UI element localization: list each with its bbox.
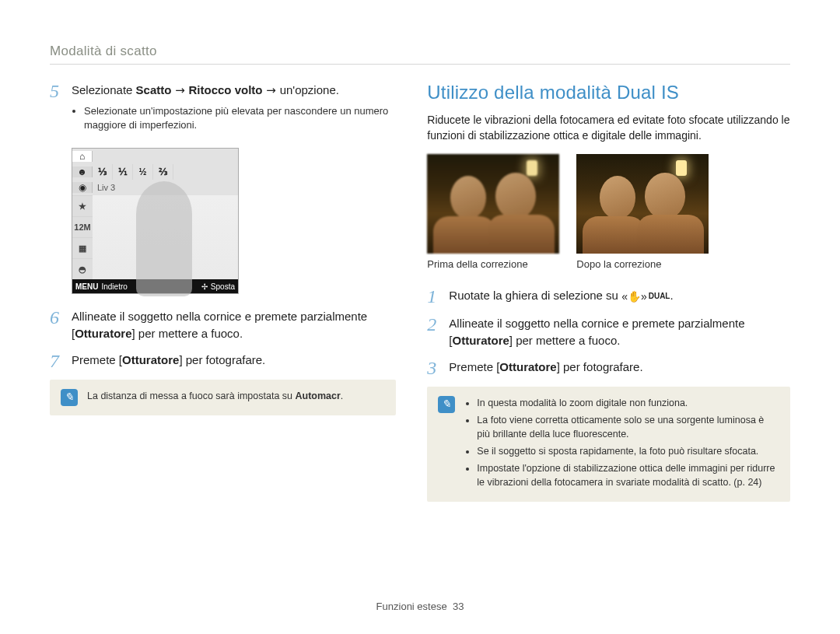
step-number: 3 bbox=[427, 359, 449, 377]
note-list: In questa modalità lo zoom digitale non … bbox=[477, 396, 779, 490]
bullet: Se il soggetto si sposta rapidamente, la… bbox=[477, 444, 779, 458]
step-number: 2 bbox=[427, 315, 449, 349]
before-shot: Prima della correzione bbox=[427, 154, 559, 270]
intro-text: Riducete le vibrazioni della fotocamera … bbox=[427, 113, 790, 143]
two-column-layout: 5 Selezionate Scatto → Ritocco volto → u… bbox=[50, 82, 790, 502]
cam-toprow: ⌂ bbox=[72, 149, 238, 164]
cam-options: ⅓ ⅟₁ ½ ⅔ bbox=[93, 164, 238, 180]
manual-page: Modalità di scatto 5 Selezionate Scatto … bbox=[0, 0, 840, 634]
step-text: Premete [Otturatore] per fotografare. bbox=[72, 352, 265, 370]
step-text: Premete [Otturatore] per fotografare. bbox=[449, 359, 642, 377]
opt: ½ bbox=[133, 164, 153, 180]
step-number: 5 bbox=[50, 82, 72, 138]
star-icon: ★ bbox=[72, 195, 93, 216]
step-7: 7 Premete [Otturatore] per fotografare. bbox=[50, 352, 396, 370]
dual-label: DUAL bbox=[649, 291, 670, 303]
after-caption: Dopo la correzione bbox=[576, 258, 709, 270]
t-bold: Otturatore bbox=[499, 360, 556, 373]
mode-icon: ◓ bbox=[72, 258, 93, 279]
cam-body: ★ 12M ▦ ◓ bbox=[72, 195, 238, 279]
after-image bbox=[576, 154, 709, 254]
hand-icon: «✋» bbox=[621, 289, 647, 304]
note-automacr: ✎ La distanza di messa a fuoco sarà impo… bbox=[50, 380, 396, 415]
grid-icon: ▦ bbox=[72, 237, 93, 258]
t-bold: Otturatore bbox=[122, 353, 179, 366]
move-icon: ✢ bbox=[201, 282, 208, 291]
target-icon: ◉ bbox=[72, 182, 93, 193]
step-text: Allineate il soggetto nella cornice e pr… bbox=[72, 308, 396, 342]
silhouette bbox=[136, 181, 192, 296]
t: Premete [ bbox=[449, 360, 499, 373]
arrow-icon: → bbox=[263, 83, 280, 97]
section-heading: Utilizzo della modalità Dual IS bbox=[427, 82, 790, 103]
note-text: In questa modalità lo zoom digitale non … bbox=[464, 396, 779, 493]
t: . bbox=[670, 289, 673, 302]
t: ] per fotografare. bbox=[179, 353, 265, 366]
page-footer: Funzioni estese 33 bbox=[0, 601, 840, 612]
before-after: Prima della correzione Dopo la correzion… bbox=[427, 154, 790, 270]
liv-label: Liv 3 bbox=[93, 183, 115, 192]
bullet: Impostate l'opzione di stabilizzazione o… bbox=[477, 461, 779, 489]
arrow-icon: → bbox=[171, 83, 188, 97]
t: Ruotate la ghiera di selezione su bbox=[449, 289, 621, 302]
t: Selezionate bbox=[72, 83, 136, 96]
move-hint: ✢Sposta bbox=[201, 282, 235, 291]
sub-bullets: Selezionate un'impostazione più elevata … bbox=[84, 104, 396, 132]
bullet: La foto viene corretta otticamente solo … bbox=[477, 413, 779, 441]
step-3: 3 Premete [Otturatore] per fotografare. bbox=[427, 359, 790, 377]
t-bold: Otturatore bbox=[75, 327, 131, 340]
t-bold: Otturatore bbox=[452, 334, 509, 347]
back-hint: MENUIndietro bbox=[75, 282, 128, 291]
breadcrumb: Modalità di scatto bbox=[50, 44, 790, 59]
after-shot: Dopo la correzione bbox=[576, 154, 709, 270]
menu-icon: MENU bbox=[75, 282, 98, 291]
bullet: In questa modalità lo zoom digitale non … bbox=[477, 396, 779, 410]
opt: ⅔ bbox=[153, 164, 173, 180]
step-text: Ruotate la ghiera di selezione su «✋»DUA… bbox=[449, 287, 673, 306]
opt: ⅓ bbox=[93, 164, 113, 180]
t: ] per mettere a fuoco. bbox=[509, 334, 621, 347]
right-column: Utilizzo della modalità Dual IS Riducete… bbox=[427, 82, 790, 502]
t: Indietro bbox=[101, 282, 127, 291]
t-bold: Automacr bbox=[296, 391, 341, 401]
t: . bbox=[341, 391, 343, 401]
opt: ⅟₁ bbox=[113, 164, 133, 180]
step-2: 2 Allineate il soggetto nella cornice e … bbox=[427, 315, 790, 349]
before-caption: Prima della correzione bbox=[427, 258, 559, 270]
face-icon: ☻ bbox=[72, 166, 93, 177]
note-icon: ✎ bbox=[438, 396, 455, 413]
t: ] per fotografare. bbox=[557, 360, 643, 373]
step-6: 6 Allineate il soggetto nella cornice e … bbox=[50, 308, 396, 342]
cam-optrow: ☻ ⅓ ⅟₁ ½ ⅔ bbox=[72, 164, 238, 180]
step-text: Allineate il soggetto nella cornice e pr… bbox=[449, 315, 790, 349]
step-number: 7 bbox=[50, 352, 72, 370]
res-icon: 12M bbox=[72, 216, 93, 237]
note-dual-is: ✎ In questa modalità lo zoom digitale no… bbox=[427, 387, 790, 503]
t-bold: Ritocco volto bbox=[189, 83, 263, 96]
left-column: 5 Selezionate Scatto → Ritocco volto → u… bbox=[50, 82, 396, 502]
step-number: 1 bbox=[427, 287, 449, 306]
note-icon: ✎ bbox=[61, 389, 78, 406]
step-1: 1 Ruotate la ghiera di selezione su «✋»D… bbox=[427, 287, 790, 306]
before-image bbox=[427, 154, 559, 254]
footer-page: 33 bbox=[453, 601, 464, 612]
divider bbox=[50, 64, 790, 65]
footer-section: Funzioni estese bbox=[376, 601, 447, 612]
step-text: Selezionate Scatto → Ritocco volto → un'… bbox=[72, 82, 396, 138]
camera-menu-preview: ⌂ ☻ ⅓ ⅟₁ ½ ⅔ ◉ Liv 3 bbox=[72, 148, 239, 294]
step-5: 5 Selezionate Scatto → Ritocco volto → u… bbox=[50, 82, 396, 138]
t: Sposta bbox=[211, 282, 235, 291]
t-bold: Scatto bbox=[136, 83, 172, 96]
bullet: Selezionate un'impostazione più elevata … bbox=[84, 104, 396, 132]
cam-sideicons: ★ 12M ▦ ◓ bbox=[72, 195, 93, 279]
home-icon: ⌂ bbox=[72, 151, 93, 162]
t: La distanza di messa a fuoco sarà impost… bbox=[87, 391, 296, 401]
t: un'opzione. bbox=[280, 83, 339, 96]
dual-is-icon: «✋»DUAL bbox=[621, 289, 670, 304]
t: ] per mettere a fuoco. bbox=[132, 327, 243, 340]
note-text: La distanza di messa a fuoco sarà impost… bbox=[87, 389, 343, 406]
t: Premete [ bbox=[72, 353, 122, 366]
step-number: 6 bbox=[50, 308, 72, 342]
